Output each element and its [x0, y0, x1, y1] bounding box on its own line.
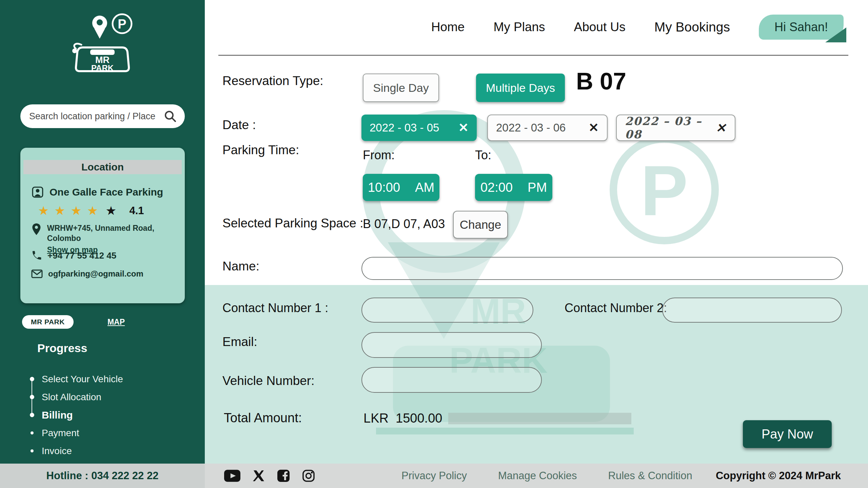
- email-label: Email:: [222, 335, 257, 349]
- star-icon: ★: [54, 205, 65, 217]
- step-dot: [30, 395, 34, 399]
- location-name: One Galle Face Parking: [50, 186, 163, 198]
- rating-row: ★ ★ ★ ★ ★ 4.1: [38, 205, 144, 217]
- step-label: Payment: [42, 428, 79, 439]
- search-icon[interactable]: [164, 110, 177, 123]
- from-time-chip[interactable]: 10:00 AM: [363, 174, 439, 201]
- email-row: ogfparking@ogmail.com: [31, 269, 143, 279]
- single-day-button[interactable]: Single Day: [363, 74, 439, 102]
- facebook-icon[interactable]: [277, 469, 290, 482]
- multiple-days-button[interactable]: Multiple Days: [476, 74, 565, 102]
- parking-person-icon: [31, 186, 44, 199]
- step-label: Select Your Vehicle: [42, 374, 123, 385]
- progress-step-billing: Billing: [30, 406, 123, 424]
- social-icons: [224, 469, 315, 482]
- vehicle-number-label: Vehicle Number:: [222, 374, 314, 388]
- step-label: Invoice: [42, 446, 72, 456]
- sidebar-buttons: MR PARK MAP: [22, 315, 125, 329]
- manage-cookies-link[interactable]: Manage Cookies: [498, 470, 577, 482]
- total-amount-label: Total Amount:: [224, 411, 302, 425]
- close-icon[interactable]: ✕: [716, 122, 727, 134]
- map-link[interactable]: MAP: [107, 318, 125, 327]
- progress-step-slot-allocation: Slot Allocation: [30, 388, 123, 406]
- email-icon: [31, 269, 43, 279]
- step-dot: [30, 377, 34, 381]
- step-dot: [31, 431, 34, 434]
- star-icon: ★: [71, 205, 82, 217]
- date-chip-2[interactable]: 2022 - 03 - 06 ✕: [487, 115, 608, 141]
- rules-condition-link[interactable]: Rules & Condition: [608, 470, 692, 482]
- progress-title: Progress: [37, 342, 87, 355]
- date-chip-3[interactable]: 2022 – 03 – 08 ✕: [616, 115, 735, 141]
- logo-text-park: PARK: [91, 63, 114, 73]
- main-content: P PM MR PARK Home My Plans About Us My B…: [205, 0, 868, 464]
- step-label: Billing: [42, 409, 73, 421]
- privacy-policy-link[interactable]: Privacy Policy: [401, 470, 467, 482]
- date-value: 2022 – 03 – 08: [625, 115, 716, 141]
- location-card-header: Location: [23, 160, 182, 174]
- youtube-icon[interactable]: [224, 470, 240, 482]
- copyright-text: Copyright © 2024 MrPark: [716, 470, 841, 482]
- progress-step-invoice: Invoice: [30, 442, 123, 460]
- mr-park-logo-icon: P MR PARK: [62, 9, 143, 81]
- progress-step-select-vehicle: Select Your Vehicle: [30, 370, 123, 388]
- sidebar: P MR PARK Location: [0, 0, 205, 488]
- phone-number: +94 77 55 412 45: [47, 250, 116, 261]
- booking-form: Reservation Type: Single Day Multiple Da…: [205, 0, 868, 464]
- name-label: Name:: [222, 259, 259, 273]
- contact-number-1-input[interactable]: [361, 298, 533, 323]
- close-icon[interactable]: ✕: [458, 122, 469, 134]
- search-bar: [20, 104, 185, 128]
- hotline-bar: Hotline : 034 222 22 22: [0, 464, 205, 488]
- contact-number-2-label: Contact Number 2:: [565, 301, 667, 315]
- location-name-row: One Galle Face Parking: [31, 186, 163, 199]
- location-pin-icon: [31, 223, 42, 236]
- footer: Privacy Policy Manage Cookies Rules & Co…: [205, 464, 868, 488]
- to-label: To:: [475, 148, 491, 162]
- email-input[interactable]: [361, 332, 542, 358]
- step-label: Slot Allocation: [42, 392, 101, 403]
- time-value: 10:00: [368, 180, 400, 195]
- selected-space-code: B 07: [576, 68, 626, 95]
- rating-value: 4.1: [129, 205, 144, 217]
- vehicle-number-input[interactable]: [361, 367, 542, 393]
- time-value: 02:00: [480, 180, 513, 195]
- selected-parking-space-label: Selected Parking Space :: [222, 216, 363, 230]
- close-icon[interactable]: ✕: [589, 122, 599, 134]
- star-icon: ★: [87, 205, 98, 217]
- x-icon[interactable]: [253, 470, 265, 482]
- star-icon: ★: [105, 205, 116, 217]
- mr-park-button[interactable]: MR PARK: [22, 315, 74, 329]
- reservation-type-label: Reservation Type:: [222, 74, 323, 88]
- location-card: Location One Galle Face Parking ★ ★ ★ ★ …: [20, 148, 185, 303]
- contact-number-1-label: Contact Number 1 :: [222, 301, 328, 315]
- progress-step-payment: Payment: [30, 424, 123, 442]
- step-dot: [31, 449, 34, 452]
- footer-links: Privacy Policy Manage Cookies Rules & Co…: [401, 470, 692, 482]
- change-button[interactable]: Change: [453, 211, 508, 239]
- progress-steps: Select Your Vehicle Slot Allocation Bill…: [30, 370, 123, 460]
- instagram-icon[interactable]: [302, 469, 315, 482]
- name-input[interactable]: [361, 257, 843, 280]
- total-amount-value: LKR 1500.00: [363, 411, 442, 426]
- pay-now-button[interactable]: Pay Now: [743, 420, 832, 448]
- app-root: P MR PARK Location: [0, 0, 868, 488]
- selected-spaces-value: B 07,D 07, A03: [363, 217, 445, 231]
- time-period: AM: [415, 180, 434, 195]
- search-input[interactable]: [28, 111, 164, 122]
- contact-number-2-input[interactable]: [662, 298, 842, 323]
- phone-icon: [31, 250, 42, 261]
- from-label: From:: [363, 148, 395, 162]
- date-value: 2022 - 03 - 06: [496, 121, 566, 134]
- address-text: WRHW+745, Unnamed Road, Colombo: [47, 223, 185, 243]
- date-label: Date :: [222, 118, 256, 132]
- email-address: ogfparking@ogmail.com: [48, 269, 143, 279]
- parking-time-label: Parking Time:: [222, 143, 299, 157]
- to-time-chip[interactable]: 02:00 PM: [475, 174, 552, 201]
- app-logo: P MR PARK: [62, 9, 143, 82]
- phone-row: +94 77 55 412 45: [31, 250, 116, 261]
- step-dot: [30, 413, 34, 417]
- date-value: 2022 - 03 - 05: [370, 121, 439, 134]
- star-icon: ★: [38, 205, 49, 217]
- date-chip-1[interactable]: 2022 - 03 - 05 ✕: [361, 115, 477, 141]
